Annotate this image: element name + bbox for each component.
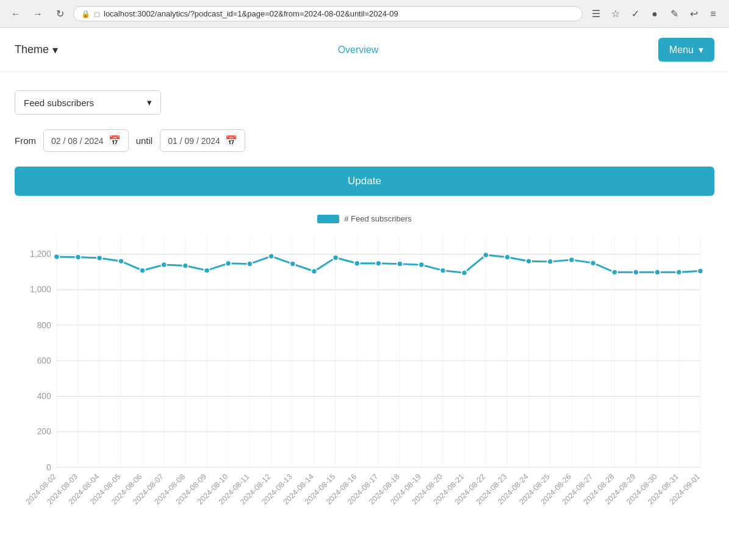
until-date-input[interactable]: 01 / 09 / 2024 📅 bbox=[160, 129, 245, 152]
menu-chevron-icon: ▾ bbox=[698, 44, 703, 56]
svg-point-89 bbox=[333, 255, 339, 260]
until-label: until bbox=[136, 135, 153, 146]
svg-text:200: 200 bbox=[37, 427, 51, 436]
svg-point-97 bbox=[505, 254, 510, 260]
dropdown-label: Feed subscribers bbox=[24, 98, 94, 108]
url-text: localhost:3002/analytics/?podcast_id=1&p… bbox=[104, 9, 575, 18]
svg-point-99 bbox=[547, 259, 553, 264]
svg-point-102 bbox=[612, 270, 617, 275]
svg-point-105 bbox=[676, 270, 681, 275]
dropdown-arrow-icon: ▾ bbox=[147, 97, 152, 108]
extension-button[interactable]: ✎ bbox=[666, 5, 683, 23]
theme-button[interactable]: Theme ▾ bbox=[15, 43, 58, 57]
extensions-button[interactable]: ↩ bbox=[685, 5, 702, 23]
update-button[interactable]: Update bbox=[15, 167, 714, 196]
svg-point-101 bbox=[591, 260, 596, 266]
from-date-input[interactable]: 02 / 08 / 2024 📅 bbox=[43, 129, 129, 152]
svg-point-88 bbox=[311, 268, 317, 274]
legend-color-box bbox=[317, 215, 339, 223]
svg-point-84 bbox=[226, 260, 231, 266]
from-calendar-icon: 📅 bbox=[109, 135, 121, 146]
forward-button[interactable]: → bbox=[29, 5, 46, 23]
from-label: From bbox=[15, 135, 36, 146]
svg-point-100 bbox=[569, 257, 574, 262]
svg-text:800: 800 bbox=[37, 321, 51, 330]
more-button[interactable]: ≡ bbox=[705, 5, 722, 23]
svg-point-95 bbox=[462, 270, 467, 276]
svg-point-92 bbox=[397, 261, 403, 267]
theme-label: Theme bbox=[15, 43, 49, 56]
svg-point-78 bbox=[97, 255, 102, 260]
svg-point-79 bbox=[118, 259, 124, 264]
refresh-button[interactable]: ↻ bbox=[51, 5, 68, 23]
svg-text:600: 600 bbox=[37, 356, 51, 365]
metric-dropdown[interactable]: Feed subscribers ▾ bbox=[15, 90, 161, 115]
menu-button[interactable]: Menu ▾ bbox=[658, 38, 714, 62]
overview-link[interactable]: Overview bbox=[338, 45, 379, 56]
svg-point-87 bbox=[290, 261, 295, 267]
page: Theme ▾ Overview Menu ▾ Feed subscribers… bbox=[0, 28, 729, 544]
main-content: Feed subscribers ▾ From 02 / 08 / 2024 📅… bbox=[0, 72, 729, 544]
svg-point-86 bbox=[268, 253, 274, 259]
bookmark-button[interactable]: ☆ bbox=[607, 5, 624, 23]
chart-wrap: 02004006008001,0001,2002024-08-022024-08… bbox=[15, 229, 714, 525]
chevron-down-icon: ▾ bbox=[52, 43, 58, 57]
until-calendar-icon: 📅 bbox=[225, 135, 237, 146]
menu-label: Menu bbox=[669, 45, 694, 56]
svg-text:0: 0 bbox=[46, 463, 51, 472]
svg-point-104 bbox=[655, 270, 660, 275]
svg-point-80 bbox=[140, 268, 145, 273]
svg-point-83 bbox=[204, 268, 209, 273]
from-date-value: 02 / 08 / 2024 bbox=[51, 136, 104, 146]
profile-button[interactable]: ● bbox=[646, 5, 663, 23]
top-nav: Theme ▾ Overview Menu ▾ bbox=[0, 28, 729, 72]
pocket-button[interactable]: ✓ bbox=[627, 5, 644, 23]
svg-point-96 bbox=[483, 252, 489, 257]
svg-point-85 bbox=[247, 261, 253, 267]
svg-point-93 bbox=[418, 262, 424, 267]
until-date-value: 01 / 09 / 2024 bbox=[168, 136, 220, 146]
svg-text:1,200: 1,200 bbox=[30, 249, 51, 259]
svg-point-98 bbox=[526, 259, 531, 264]
url-bar[interactable]: 🔒 ◻ localhost:3002/analytics/?podcast_id… bbox=[73, 6, 583, 21]
bookmark-reader-button[interactable]: ☰ bbox=[587, 5, 605, 23]
svg-point-82 bbox=[182, 263, 188, 268]
svg-point-106 bbox=[697, 268, 703, 274]
browser-action-buttons: ☰ ☆ ✓ ● ✎ ↩ ≡ bbox=[587, 5, 722, 23]
svg-point-90 bbox=[354, 260, 360, 266]
svg-point-77 bbox=[75, 254, 81, 260]
page-icon: ◻ bbox=[94, 10, 100, 18]
security-icon: 🔒 bbox=[81, 10, 90, 18]
chart-legend: # Feed subscribers bbox=[15, 214, 714, 223]
svg-point-103 bbox=[633, 270, 639, 275]
svg-point-94 bbox=[440, 268, 445, 273]
chart-container: # Feed subscribers 02004006008001,0001,2… bbox=[15, 214, 714, 525]
svg-text:400: 400 bbox=[37, 392, 51, 401]
back-button[interactable]: ← bbox=[7, 5, 24, 23]
svg-text:1,000: 1,000 bbox=[30, 285, 51, 294]
svg-point-76 bbox=[54, 254, 59, 259]
browser-chrome: ← → ↻ 🔒 ◻ localhost:3002/analytics/?podc… bbox=[0, 0, 729, 28]
svg-point-81 bbox=[161, 262, 167, 267]
date-row: From 02 / 08 / 2024 📅 until 01 / 09 / 20… bbox=[15, 129, 714, 152]
legend-label: # Feed subscribers bbox=[344, 214, 412, 223]
svg-point-91 bbox=[376, 260, 381, 266]
